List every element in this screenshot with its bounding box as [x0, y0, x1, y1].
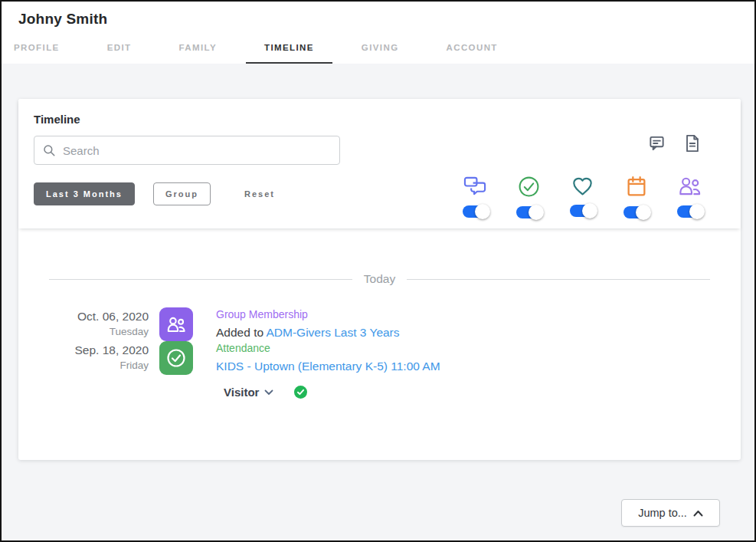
- visitor-dropdown[interactable]: Visitor: [224, 386, 273, 399]
- toggle-col-events: [619, 176, 653, 218]
- visitor-row: Visitor: [224, 386, 440, 399]
- header-icon-group: [648, 134, 700, 156]
- tab-account[interactable]: ACCOUNT: [427, 38, 515, 64]
- attendance-badge: [159, 341, 193, 375]
- jump-to-button[interactable]: Jump to...: [621, 499, 720, 527]
- entry-description: KIDS - Uptown (Elementary K-5) 11:00 AM: [216, 360, 440, 373]
- tab-profile[interactable]: PROFILE: [0, 38, 78, 64]
- search-icon: [42, 143, 56, 157]
- attendance-toggle[interactable]: [516, 206, 542, 218]
- person-header: Johny Smith PROFILE EDIT FAMILY TIMELINE…: [2, 2, 754, 64]
- timeline-entry-attendance: Sep. 18, 2020 Friday Attendance KIDS - U…: [49, 341, 710, 399]
- today-label: Today: [352, 272, 407, 286]
- entry-day-text: Friday: [49, 360, 149, 371]
- toggle-knob: [636, 205, 651, 220]
- tab-bar: PROFILE EDIT FAMILY TIMELINE GIVING ACCO…: [2, 38, 754, 64]
- divider-line: [49, 279, 352, 280]
- page-title: Johny Smith: [2, 11, 754, 38]
- entry-date-text: Sep. 18, 2020: [49, 343, 149, 357]
- events-toggle[interactable]: [623, 206, 649, 218]
- entry-date: Oct. 06, 2020 Tuesday: [49, 307, 149, 341]
- calendar-icon: [626, 176, 647, 198]
- groups-toggle[interactable]: [677, 205, 702, 218]
- attendance-link[interactable]: KIDS - Uptown (Elementary K-5) 11:00 AM: [216, 360, 440, 373]
- messages-toggle[interactable]: [463, 205, 488, 218]
- comment-icon[interactable]: [648, 134, 666, 156]
- document-icon[interactable]: [684, 134, 700, 156]
- entry-icon-column: [159, 341, 193, 399]
- toggle-col-groups: [673, 176, 707, 218]
- jump-to-label: Jump to...: [638, 507, 687, 519]
- tab-edit[interactable]: EDIT: [89, 38, 150, 64]
- check-circle-icon: [165, 347, 187, 369]
- timeline-filter-header: Timeline Last 3 Months Group Reset: [18, 99, 741, 228]
- entry-text-prefix: Added to: [216, 326, 267, 339]
- people-icon: [678, 176, 702, 197]
- entry-content: Group Membership Added to ADM-Givers Las…: [216, 307, 400, 341]
- entry-description: Added to ADM-Givers Last 3 Years: [216, 326, 400, 340]
- search-box[interactable]: [34, 136, 340, 165]
- visitor-label-text: Visitor: [224, 386, 259, 399]
- chevron-up-icon: [693, 510, 703, 517]
- tab-family[interactable]: FAMILY: [160, 38, 235, 64]
- toggle-knob: [582, 203, 597, 218]
- toggle-knob: [529, 205, 544, 220]
- entry-type-label: Group Membership: [216, 308, 400, 320]
- today-divider: Today: [49, 272, 710, 286]
- check-circle-icon: [518, 176, 540, 198]
- tab-timeline[interactable]: TIMELINE: [246, 38, 332, 64]
- tab-giving[interactable]: GIVING: [343, 38, 417, 64]
- toggle-knob: [689, 204, 705, 219]
- group-filter-button[interactable]: Group: [153, 182, 211, 205]
- people-icon: [166, 316, 186, 333]
- entry-day-text: Tuesday: [49, 326, 149, 337]
- entry-date-text: Oct. 06, 2020: [49, 310, 149, 324]
- entry-type-label: Attendance: [216, 342, 440, 354]
- toggle-col-attendance: [512, 176, 546, 218]
- app-window: Johny Smith PROFILE EDIT FAMILY TIMELINE…: [0, 0, 756, 542]
- entry-date: Sep. 18, 2020 Friday: [49, 341, 149, 399]
- timeline-body: Today Oct. 06, 2020 Tuesday: [18, 272, 741, 399]
- group-link[interactable]: ADM-Givers Last 3 Years: [267, 326, 400, 339]
- divider-line: [407, 279, 710, 280]
- group-membership-badge: [159, 307, 193, 341]
- reset-filter-button[interactable]: Reset: [233, 182, 286, 205]
- chat-bubbles-icon: [463, 176, 487, 197]
- connections-toggle[interactable]: [570, 205, 595, 217]
- timeline-entry-group-membership: Oct. 06, 2020 Tuesday Gro: [49, 307, 710, 341]
- toggle-col-messages: [458, 176, 493, 218]
- heart-icon: [571, 176, 594, 196]
- check-circle-filled-icon[interactable]: [294, 386, 307, 399]
- timeline-card: Timeline Last 3 Months Group Reset: [18, 99, 741, 460]
- search-input[interactable]: [63, 144, 332, 157]
- entry-icon-column: [159, 307, 193, 341]
- entry-content: Attendance KIDS - Uptown (Elementary K-5…: [216, 341, 440, 399]
- chevron-down-icon: [264, 389, 273, 396]
- range-filter-button[interactable]: Last 3 Months: [34, 182, 135, 205]
- toggle-knob: [475, 204, 490, 219]
- panel-title: Timeline: [34, 113, 725, 126]
- toggle-col-connections: [565, 176, 600, 218]
- category-toggle-row: [458, 176, 707, 218]
